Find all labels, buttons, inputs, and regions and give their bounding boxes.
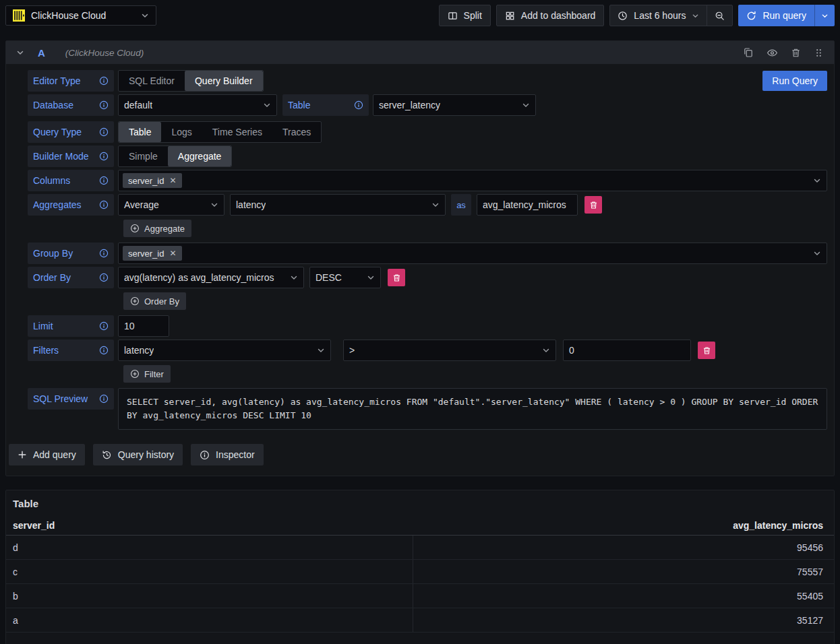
aggregate-alias-input[interactable] [477,194,578,216]
split-button[interactable]: Split [439,5,491,26]
limit-input[interactable] [118,315,169,337]
query-type-option-time-series[interactable]: Time Series [202,122,272,142]
query-type-toggle: Table Logs Time Series Traces [118,121,322,143]
info-icon[interactable] [99,273,109,282]
time-picker-group: Last 6 hours [609,5,733,26]
info-icon[interactable] [354,100,363,110]
filter-column-select[interactable]: latency [118,340,331,361]
order-by-field-select[interactable]: avg(latency) as avg_latency_micros [118,267,304,288]
database-select[interactable]: default [118,94,277,116]
database-table-row: Database default Table server_latency [28,94,827,116]
add-order-by-label: Order By [144,296,179,307]
chevron-down-icon [522,101,530,109]
query-header-actions [743,47,824,59]
info-icon[interactable] [99,176,109,185]
trash-icon [392,273,401,282]
remove-aggregate-button[interactable] [584,196,602,214]
add-query-button[interactable]: Add query [9,444,85,465]
filter-operator-select[interactable]: > [343,340,556,361]
table-row: b 55405 [6,584,834,608]
query-type-option-table[interactable]: Table [119,122,161,142]
builder-mode-option-simple[interactable]: Simple [119,146,168,166]
info-icon[interactable] [99,249,109,258]
remove-filter-button[interactable] [698,342,715,359]
plus-circle-icon [130,296,140,306]
chevron-down-icon [813,249,821,257]
order-by-direction-select[interactable]: DESC [309,267,381,288]
split-pane-icon [448,11,458,21]
trash-icon [589,201,598,210]
builder-mode-option-aggregate[interactable]: Aggregate [168,146,232,166]
dashboard-grid-icon [505,11,515,21]
limit-label: Limit [28,315,114,337]
add-to-dashboard-button[interactable]: Add to dashboard [496,5,605,26]
filter-value-input[interactable] [563,340,691,361]
aggregate-column-select[interactable]: latency [230,194,446,216]
time-range-label: Last 6 hours [634,10,686,21]
info-icon[interactable] [99,152,109,161]
remove-tag-icon[interactable]: ✕ [169,176,176,185]
inspector-button[interactable]: Inspector [191,444,264,465]
split-button-label: Split [464,10,482,21]
editor-type-toggle: SQL Editor Query Builder [118,70,264,92]
info-icon[interactable] [99,321,109,331]
run-query-button[interactable]: Run query [738,5,814,26]
duplicate-query-icon[interactable] [743,47,754,58]
cell-server-id: b [6,584,413,608]
aggregate-function-select[interactable]: Average [118,194,224,216]
query-type-option-traces[interactable]: Traces [272,122,321,142]
table-select[interactable]: server_latency [373,94,536,116]
add-query-label: Add query [33,449,76,460]
query-editor-panel: A (ClickHouse Cloud) Editor Type [5,40,835,476]
run-query-dropdown-button[interactable] [814,5,835,26]
builder-mode-label: Builder Mode [28,146,114,167]
inspector-label: Inspector [216,449,255,460]
query-history-button[interactable]: Query history [93,444,183,465]
info-icon[interactable] [99,127,109,137]
remove-tag-icon[interactable]: ✕ [169,249,176,257]
columns-label: Columns [28,170,114,191]
zoom-out-time-button[interactable] [707,5,732,26]
column-header-server-id[interactable]: server_id [6,520,413,531]
datasource-picker-label: ClickHouse Cloud [31,10,135,21]
add-order-by-button[interactable]: Order By [123,292,186,310]
builder-mode-toggle: Simple Aggregate [118,146,232,167]
editor-run-query-button[interactable]: Run Query [762,71,827,91]
info-icon[interactable] [99,76,109,86]
add-aggregate-button[interactable]: Aggregate [123,220,191,237]
drag-handle-icon[interactable] [814,48,824,58]
add-order-by-row: Order By [123,292,827,310]
chevron-down-icon [692,12,699,20]
columns-multiselect[interactable]: server_id ✕ [118,170,827,191]
editor-type-option-sql-editor[interactable]: SQL Editor [119,71,185,91]
sql-preview-text: SELECT server_id, avg(latency) as avg_la… [118,388,827,430]
panel-title: Table [6,490,834,515]
editor-run-query-label: Run Query [772,75,818,86]
order-by-row: Order By avg(latency) as avg_latency_mic… [28,267,827,288]
info-icon[interactable] [99,346,109,355]
datasource-picker[interactable]: ClickHouse Cloud [5,5,156,26]
time-range-button[interactable]: Last 6 hours [610,5,707,26]
info-icon[interactable] [99,100,109,110]
add-aggregate-label: Aggregate [144,224,185,234]
group-by-multiselect[interactable]: server_id ✕ [118,243,827,264]
chevron-down-icon [141,11,149,20]
table-label: Table [282,94,369,116]
cell-avg-latency: 55405 [413,584,834,608]
chevron-down-icon [290,273,298,282]
aggregates-label: Aggregates [28,194,114,216]
info-icon[interactable] [99,200,109,210]
chevron-down-icon [821,12,829,20]
info-icon[interactable] [99,394,109,404]
order-by-label: Order By [28,267,114,288]
delete-query-trash-icon[interactable] [791,48,801,58]
editor-type-option-query-builder[interactable]: Query Builder [185,71,263,91]
query-type-option-logs[interactable]: Logs [161,122,202,142]
collapse-query-icon[interactable] [16,49,24,57]
add-to-dashboard-label: Add to dashboard [521,10,596,21]
toggle-visibility-eye-icon[interactable] [767,47,778,59]
trash-icon [702,346,711,355]
remove-order-by-button[interactable] [388,269,405,286]
column-header-avg-latency-micros[interactable]: avg_latency_micros [413,520,834,531]
add-filter-button[interactable]: Filter [123,365,171,383]
